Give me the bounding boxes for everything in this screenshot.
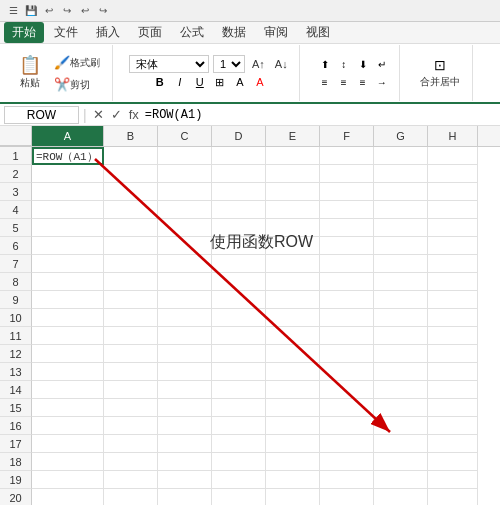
align-bottom-button[interactable]: ⬇: [354, 55, 372, 73]
cell-h10[interactable]: [428, 309, 478, 327]
cell-h1[interactable]: [428, 147, 478, 165]
cell-d1[interactable]: [212, 147, 266, 165]
cell-g3[interactable]: [374, 183, 428, 201]
cell-c5[interactable]: [158, 219, 212, 237]
cell-g18[interactable]: [374, 453, 428, 471]
row-header-19[interactable]: 19: [0, 471, 32, 489]
cell-f15[interactable]: [320, 399, 374, 417]
cell-f17[interactable]: [320, 435, 374, 453]
formula-cancel-icon[interactable]: ✕: [91, 107, 106, 122]
cell-a16[interactable]: [32, 417, 104, 435]
italic-button[interactable]: I: [171, 73, 189, 91]
cell-d5[interactable]: [212, 219, 266, 237]
row-header-12[interactable]: 12: [0, 345, 32, 363]
cell-b6[interactable]: [104, 237, 158, 255]
cell-g16[interactable]: [374, 417, 428, 435]
cell-a3[interactable]: [32, 183, 104, 201]
cell-h9[interactable]: [428, 291, 478, 309]
cell-a14[interactable]: [32, 381, 104, 399]
cell-d17[interactable]: [212, 435, 266, 453]
cell-a13[interactable]: [32, 363, 104, 381]
cell-h18[interactable]: [428, 453, 478, 471]
cell-e16[interactable]: [266, 417, 320, 435]
menu-formula[interactable]: 公式: [172, 22, 212, 43]
cell-f13[interactable]: [320, 363, 374, 381]
cell-e17[interactable]: [266, 435, 320, 453]
cell-f18[interactable]: [320, 453, 374, 471]
col-header-f[interactable]: F: [320, 126, 374, 146]
cell-b19[interactable]: [104, 471, 158, 489]
row-header-17[interactable]: 17: [0, 435, 32, 453]
cell-d15[interactable]: [212, 399, 266, 417]
cell-c10[interactable]: [158, 309, 212, 327]
cell-c13[interactable]: [158, 363, 212, 381]
cell-e4[interactable]: [266, 201, 320, 219]
cell-c18[interactable]: [158, 453, 212, 471]
cell-c20[interactable]: [158, 489, 212, 505]
cell-g10[interactable]: [374, 309, 428, 327]
row-header-2[interactable]: 2: [0, 165, 32, 183]
cell-e5[interactable]: [266, 219, 320, 237]
cell-h3[interactable]: [428, 183, 478, 201]
cell-d11[interactable]: [212, 327, 266, 345]
cell-b3[interactable]: [104, 183, 158, 201]
redo-icon[interactable]: ↪: [60, 4, 74, 18]
cell-a9[interactable]: [32, 291, 104, 309]
cell-b1[interactable]: [104, 147, 158, 165]
cell-e10[interactable]: [266, 309, 320, 327]
cell-f5[interactable]: [320, 219, 374, 237]
menu-page[interactable]: 页面: [130, 22, 170, 43]
cell-f10[interactable]: [320, 309, 374, 327]
cell-b16[interactable]: [104, 417, 158, 435]
cell-h5[interactable]: [428, 219, 478, 237]
border-button[interactable]: ⊞: [211, 73, 229, 91]
cell-c4[interactable]: [158, 201, 212, 219]
cell-e11[interactable]: [266, 327, 320, 345]
cell-b7[interactable]: [104, 255, 158, 273]
cell-e7[interactable]: [266, 255, 320, 273]
cell-f8[interactable]: [320, 273, 374, 291]
row-header-7[interactable]: 7: [0, 255, 32, 273]
align-right-button[interactable]: ≡: [354, 73, 372, 91]
col-header-g[interactable]: G: [374, 126, 428, 146]
row-header-6[interactable]: 6: [0, 237, 32, 255]
format-brush-button[interactable]: 🖌️ 格式刷: [50, 52, 104, 72]
cell-c7[interactable]: [158, 255, 212, 273]
row-header-18[interactable]: 18: [0, 453, 32, 471]
cell-d2[interactable]: [212, 165, 266, 183]
cell-f6[interactable]: [320, 237, 374, 255]
cell-f7[interactable]: [320, 255, 374, 273]
cell-e3[interactable]: [266, 183, 320, 201]
cell-h15[interactable]: [428, 399, 478, 417]
cell-a17[interactable]: [32, 435, 104, 453]
col-header-d[interactable]: D: [212, 126, 266, 146]
cell-a11[interactable]: [32, 327, 104, 345]
cell-e15[interactable]: [266, 399, 320, 417]
align-top-button[interactable]: ⬆: [316, 55, 334, 73]
cell-e20[interactable]: [266, 489, 320, 505]
cell-d16[interactable]: [212, 417, 266, 435]
cell-e2[interactable]: [266, 165, 320, 183]
cell-f19[interactable]: [320, 471, 374, 489]
merge-button[interactable]: ⊡ 合并居中: [416, 55, 464, 91]
cell-e1[interactable]: [266, 147, 320, 165]
cell-f14[interactable]: [320, 381, 374, 399]
cell-d20[interactable]: [212, 489, 266, 505]
cell-f4[interactable]: [320, 201, 374, 219]
font-size-decrease[interactable]: A↓: [272, 57, 291, 71]
wrap-text-button[interactable]: ↵: [373, 55, 391, 73]
cell-a5[interactable]: [32, 219, 104, 237]
cell-e12[interactable]: [266, 345, 320, 363]
cell-h19[interactable]: [428, 471, 478, 489]
cell-b17[interactable]: [104, 435, 158, 453]
cell-b14[interactable]: [104, 381, 158, 399]
cell-d10[interactable]: [212, 309, 266, 327]
cell-d12[interactable]: [212, 345, 266, 363]
cell-c15[interactable]: [158, 399, 212, 417]
cell-f2[interactable]: [320, 165, 374, 183]
cell-g7[interactable]: [374, 255, 428, 273]
cell-b4[interactable]: [104, 201, 158, 219]
fill-color-button[interactable]: A: [231, 73, 249, 91]
cell-c19[interactable]: [158, 471, 212, 489]
cell-f3[interactable]: [320, 183, 374, 201]
